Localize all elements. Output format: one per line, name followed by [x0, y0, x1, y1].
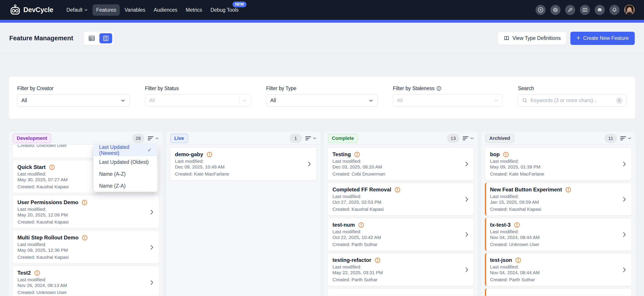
nav-item-audiences[interactable]: Audiences [150, 4, 181, 16]
stale-warning-icon [82, 200, 88, 206]
table-view-button[interactable] [85, 33, 98, 43]
stale-warning-icon [515, 257, 521, 263]
column-sort-button[interactable] [305, 136, 316, 141]
stale-warning-icon [565, 187, 571, 193]
feature-card[interactable]: bop Last modified: May 09, 2025, 01:39 P… [485, 147, 632, 180]
column-count-badge: 28 [132, 134, 144, 143]
feature-title: test-json [490, 257, 512, 263]
clear-search-button[interactable]: ✕ [616, 97, 622, 104]
last-modified-label: Last modified: [332, 158, 462, 164]
sort-lines-icon [148, 136, 154, 141]
nav-item-debug-tools[interactable]: Debug Tools NEW [207, 4, 242, 16]
filter-status-select[interactable]: All [145, 94, 251, 107]
feature-card[interactable]: demo-paul [328, 288, 474, 296]
feature-title: test-num [332, 222, 355, 228]
created-by: Created: Kaushal Kapasi [18, 254, 148, 260]
filter-status-label: Filter by Status [145, 85, 251, 91]
column-cards: demo-gaby Last modified: Dec 09, 2025, 1… [166, 145, 320, 296]
docs-book-button[interactable] [580, 5, 590, 15]
feature-title: demo-gaby [175, 151, 203, 157]
feature-card[interactable]: User Permissions Demo Last modified: May… [12, 195, 159, 228]
user-avatar[interactable] [624, 5, 635, 15]
discord-button[interactable] [595, 5, 605, 15]
last-modified-date: Jan 15, 2025, 09:59 AM [490, 199, 620, 205]
page: Feature Management View Type Definitions… [0, 23, 644, 296]
devcycle-brand[interactable]: DevCycle [9, 4, 53, 16]
column-cards: Testing Last modified: Dec 03, 2025, 08:… [324, 145, 478, 296]
chevron-right-icon [307, 161, 312, 167]
brand-name: DevCycle [23, 6, 53, 14]
stale-warning-icon [82, 235, 88, 241]
created-by: Created: Kaushal Kapasi [332, 206, 462, 212]
feature-card[interactable]: test-json Last modified: Nov 04, 2024, 0… [485, 253, 632, 286]
last-modified-date: May 20, 2025, 12:09 PM [18, 212, 148, 218]
created-by: Created: Kate MacFarlane [490, 171, 620, 177]
search-input[interactable] [530, 98, 616, 103]
feature-card[interactable]: Testing Last modified: Dec 03, 2025, 08:… [328, 147, 474, 180]
info-icon[interactable] [436, 86, 442, 91]
board-column-live: Live 1 demo-gaby L [166, 132, 320, 296]
kanban-view-button[interactable] [100, 33, 112, 43]
api-keys-key-button[interactable] [565, 5, 575, 15]
last-modified-label: Last modified: [490, 158, 620, 164]
feature-title: bop [490, 151, 500, 157]
column-cards: bop Last modified: May 09, 2025, 01:39 P… [481, 145, 635, 296]
feature-card[interactable]: test-num Last modified: Oct 22, 2025, 10… [328, 218, 474, 251]
created-by: Created: Parth Suthar [490, 277, 620, 283]
created-by: Created: Kate MacFarlane [175, 171, 305, 177]
stale-warning-icon [503, 152, 509, 157]
column-sort-button[interactable] [148, 136, 159, 141]
filter-staleness-label: Filter by Staleness [393, 85, 502, 91]
filter-creator-select[interactable]: All [17, 94, 130, 107]
feature-card[interactable]: Completed FF Removal Last modified: Oct … [328, 183, 474, 216]
column-sort-button[interactable] [620, 136, 631, 141]
view-type-definitions-button[interactable]: View Type Definitions [498, 32, 567, 45]
feature-card[interactable]: demo-gaby Last modified: Dec 09, 2025, 1… [170, 147, 317, 180]
column-count-badge: 11 [604, 134, 617, 143]
chevron-down-icon [84, 8, 88, 12]
settings-gear-button[interactable] [550, 5, 560, 15]
created-by: Created: Kaushal Kapasi [490, 206, 620, 212]
chevron-right-icon [622, 196, 626, 202]
sort-menu-item[interactable]: Last Updated (Oldest)✓ [94, 156, 157, 168]
chevron-down-icon [494, 98, 498, 103]
chevron-right-icon [622, 267, 626, 273]
feature-card[interactable]: New Feat Button Experiment Last modified… [485, 183, 632, 216]
feature-title: tx-test-3 [490, 222, 510, 228]
notifications-bell-button[interactable] [610, 5, 620, 15]
last-modified-date: May 22, 2025, 03:31 PM [332, 270, 462, 276]
nav-item-default-project[interactable]: Default [63, 4, 92, 16]
sort-menu-item[interactable]: Last Updated (Newest)✓ [94, 144, 157, 156]
feature-card[interactable]: Multi Step Rollout Demo Last modified: M… [12, 231, 159, 264]
sort-menu-item[interactable]: Name (Z-A)✓ [94, 180, 157, 192]
search-field: ✕ [518, 94, 627, 107]
feature-card[interactable]: Test2 Last modified: Nov 26, 2024, 08:13… [12, 266, 159, 296]
feature-title: Completed FF Removal [332, 187, 392, 193]
feature-title: User Permissions Demo [18, 199, 78, 206]
last-modified-label: Last modified: [332, 194, 462, 199]
sort-menu-item[interactable]: Name (A-Z)✓ [94, 168, 157, 180]
sort-menu: Last Updated (Newest)✓Last Updated (Olde… [94, 144, 157, 192]
filter-type-select[interactable]: All [266, 94, 378, 107]
last-modified-label: Last modified: [18, 242, 148, 247]
header-actions: View Type Definitions + Create New Featu… [498, 32, 635, 45]
chevron-right-icon [464, 267, 469, 273]
page-header: Feature Management View Type Definitions… [0, 23, 644, 54]
column-sort-button[interactable] [462, 136, 474, 141]
add-circle-button[interactable] [536, 5, 546, 15]
column-status-badge: Development [13, 134, 51, 143]
feature-card[interactable]: rachel-test [485, 288, 632, 296]
nav-item-variables[interactable]: Variables [121, 4, 149, 16]
feature-card[interactable]: testing-refactor Last modified: May 22, … [328, 253, 474, 286]
nav-item-metrics[interactable]: Metrics [182, 4, 206, 16]
filter-staleness-select[interactable]: All [393, 94, 502, 107]
create-new-feature-button[interactable]: + Create New Feature [570, 32, 635, 45]
search-icon [522, 98, 528, 103]
column-count-badge: 1 [290, 134, 302, 143]
last-modified-date: Dec 03, 2025, 08:20 AM [332, 164, 462, 170]
nav-item-features[interactable]: Features [92, 4, 120, 16]
chevron-right-icon [464, 196, 469, 202]
feature-card[interactable]: tx-test-3 Last modified: Nov 04, 2024, 0… [485, 218, 632, 251]
feature-title: Testing [332, 151, 351, 157]
last-modified-date: Oct 27, 2025, 02:53 PM [332, 199, 462, 205]
